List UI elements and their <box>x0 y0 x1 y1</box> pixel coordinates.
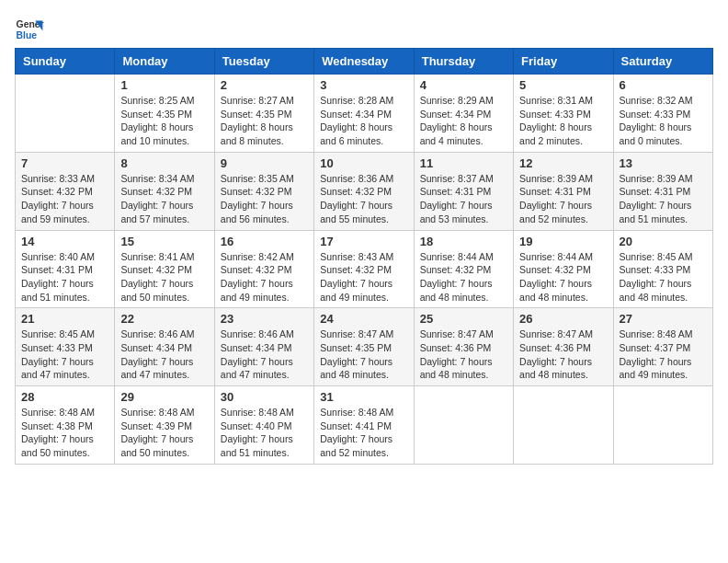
calendar-cell: 11Sunrise: 8:37 AM Sunset: 4:31 PM Dayli… <box>414 152 513 230</box>
day-number: 25 <box>420 312 507 326</box>
day-number: 11 <box>420 156 507 170</box>
header: General Blue <box>15 15 713 44</box>
calendar-cell: 14Sunrise: 8:40 AM Sunset: 4:31 PM Dayli… <box>16 230 115 308</box>
calendar-cell: 16Sunrise: 8:42 AM Sunset: 4:32 PM Dayli… <box>214 230 313 308</box>
day-number: 3 <box>320 78 407 92</box>
calendar-cell: 19Sunrise: 8:44 AM Sunset: 4:32 PM Dayli… <box>514 230 613 308</box>
day-info: Sunrise: 8:47 AM Sunset: 4:36 PM Dayligh… <box>519 327 607 382</box>
calendar-cell: 15Sunrise: 8:41 AM Sunset: 4:32 PM Dayli… <box>115 230 214 308</box>
day-number: 19 <box>519 235 607 248</box>
calendar-week-2: 7Sunrise: 8:33 AM Sunset: 4:32 PM Daylig… <box>16 152 713 230</box>
calendar-cell: 8Sunrise: 8:34 AM Sunset: 4:32 PM Daylig… <box>115 152 214 230</box>
day-info: Sunrise: 8:39 AM Sunset: 4:31 PM Dayligh… <box>519 172 607 226</box>
day-info: Sunrise: 8:35 AM Sunset: 4:32 PM Dayligh… <box>221 172 308 226</box>
day-number: 14 <box>21 235 108 248</box>
calendar-cell: 29Sunrise: 8:48 AM Sunset: 4:39 PM Dayli… <box>115 386 214 465</box>
calendar-cell: 27Sunrise: 8:48 AM Sunset: 4:37 PM Dayli… <box>613 308 712 386</box>
day-info: Sunrise: 8:45 AM Sunset: 4:33 PM Dayligh… <box>21 327 108 382</box>
day-number: 24 <box>320 312 407 326</box>
day-number: 30 <box>221 390 308 404</box>
calendar-cell <box>514 386 613 465</box>
day-info: Sunrise: 8:44 AM Sunset: 4:32 PM Dayligh… <box>519 250 607 304</box>
day-number: 7 <box>21 156 108 170</box>
day-number: 12 <box>519 156 607 170</box>
calendar-cell: 26Sunrise: 8:47 AM Sunset: 4:36 PM Dayli… <box>514 308 613 386</box>
calendar-cell: 10Sunrise: 8:36 AM Sunset: 4:32 PM Dayli… <box>314 152 414 230</box>
day-info: Sunrise: 8:39 AM Sunset: 4:31 PM Dayligh… <box>620 172 707 226</box>
calendar-header-monday: Monday <box>115 49 214 75</box>
calendar-cell: 12Sunrise: 8:39 AM Sunset: 4:31 PM Dayli… <box>514 152 613 230</box>
calendar-cell: 22Sunrise: 8:46 AM Sunset: 4:34 PM Dayli… <box>115 308 214 386</box>
calendar-header-tuesday: Tuesday <box>214 49 313 75</box>
day-info: Sunrise: 8:41 AM Sunset: 4:32 PM Dayligh… <box>120 250 208 304</box>
day-info: Sunrise: 8:47 AM Sunset: 4:36 PM Dayligh… <box>420 327 507 382</box>
day-number: 22 <box>120 312 208 326</box>
day-number: 31 <box>320 390 407 404</box>
day-number: 9 <box>221 156 308 170</box>
calendar-week-5: 28Sunrise: 8:48 AM Sunset: 4:38 PM Dayli… <box>16 386 713 465</box>
day-info: Sunrise: 8:28 AM Sunset: 4:34 PM Dayligh… <box>320 94 407 148</box>
day-number: 27 <box>620 312 707 326</box>
day-info: Sunrise: 8:45 AM Sunset: 4:33 PM Dayligh… <box>620 250 707 304</box>
day-info: Sunrise: 8:37 AM Sunset: 4:31 PM Dayligh… <box>420 172 507 226</box>
day-number: 18 <box>420 235 507 248</box>
day-info: Sunrise: 8:42 AM Sunset: 4:32 PM Dayligh… <box>221 250 308 304</box>
calendar-header-friday: Friday <box>514 49 613 75</box>
calendar-header-wednesday: Wednesday <box>314 49 414 75</box>
day-number: 10 <box>320 156 407 170</box>
calendar-cell: 1Sunrise: 8:25 AM Sunset: 4:35 PM Daylig… <box>115 75 214 153</box>
svg-text:Blue: Blue <box>17 30 38 40</box>
day-number: 26 <box>519 312 607 326</box>
day-info: Sunrise: 8:47 AM Sunset: 4:35 PM Dayligh… <box>320 327 407 382</box>
day-info: Sunrise: 8:48 AM Sunset: 4:41 PM Dayligh… <box>320 406 407 460</box>
day-info: Sunrise: 8:48 AM Sunset: 4:37 PM Dayligh… <box>620 327 707 382</box>
day-info: Sunrise: 8:48 AM Sunset: 4:40 PM Dayligh… <box>221 406 308 460</box>
day-number: 16 <box>221 235 308 248</box>
day-number: 23 <box>221 312 308 326</box>
calendar-cell: 25Sunrise: 8:47 AM Sunset: 4:36 PM Dayli… <box>414 308 513 386</box>
day-number: 21 <box>21 312 108 326</box>
calendar-cell: 3Sunrise: 8:28 AM Sunset: 4:34 PM Daylig… <box>314 75 414 153</box>
calendar-header-thursday: Thursday <box>414 49 513 75</box>
calendar-cell: 31Sunrise: 8:48 AM Sunset: 4:41 PM Dayli… <box>314 386 414 465</box>
calendar-cell <box>414 386 513 465</box>
calendar-cell: 23Sunrise: 8:46 AM Sunset: 4:34 PM Dayli… <box>214 308 313 386</box>
calendar-cell: 17Sunrise: 8:43 AM Sunset: 4:32 PM Dayli… <box>314 230 414 308</box>
page-container: General Blue SundayMondayTuesdayWednesda… <box>15 15 713 465</box>
day-info: Sunrise: 8:43 AM Sunset: 4:32 PM Dayligh… <box>320 250 407 304</box>
calendar-cell: 7Sunrise: 8:33 AM Sunset: 4:32 PM Daylig… <box>16 152 115 230</box>
calendar-header-row: SundayMondayTuesdayWednesdayThursdayFrid… <box>16 49 713 75</box>
calendar-cell <box>613 386 712 465</box>
calendar-header-saturday: Saturday <box>613 49 712 75</box>
calendar-table: SundayMondayTuesdayWednesdayThursdayFrid… <box>15 48 713 465</box>
calendar-week-4: 21Sunrise: 8:45 AM Sunset: 4:33 PM Dayli… <box>16 308 713 386</box>
logo-icon: General Blue <box>15 15 44 44</box>
calendar-week-1: 1Sunrise: 8:25 AM Sunset: 4:35 PM Daylig… <box>16 75 713 153</box>
day-number: 17 <box>320 235 407 248</box>
calendar-cell: 21Sunrise: 8:45 AM Sunset: 4:33 PM Dayli… <box>16 308 115 386</box>
calendar-cell <box>16 75 115 153</box>
day-info: Sunrise: 8:40 AM Sunset: 4:31 PM Dayligh… <box>21 250 108 304</box>
calendar-cell: 13Sunrise: 8:39 AM Sunset: 4:31 PM Dayli… <box>613 152 712 230</box>
logo: General Blue <box>15 15 44 44</box>
day-info: Sunrise: 8:29 AM Sunset: 4:34 PM Dayligh… <box>420 94 507 148</box>
day-info: Sunrise: 8:46 AM Sunset: 4:34 PM Dayligh… <box>221 327 308 382</box>
day-info: Sunrise: 8:48 AM Sunset: 4:38 PM Dayligh… <box>21 406 108 460</box>
day-info: Sunrise: 8:34 AM Sunset: 4:32 PM Dayligh… <box>120 172 208 226</box>
day-info: Sunrise: 8:33 AM Sunset: 4:32 PM Dayligh… <box>21 172 108 226</box>
calendar-cell: 24Sunrise: 8:47 AM Sunset: 4:35 PM Dayli… <box>314 308 414 386</box>
calendar-cell: 2Sunrise: 8:27 AM Sunset: 4:35 PM Daylig… <box>214 75 313 153</box>
day-number: 15 <box>120 235 208 248</box>
calendar-cell: 4Sunrise: 8:29 AM Sunset: 4:34 PM Daylig… <box>414 75 513 153</box>
day-number: 29 <box>120 390 208 404</box>
day-info: Sunrise: 8:36 AM Sunset: 4:32 PM Dayligh… <box>320 172 407 226</box>
day-number: 13 <box>620 156 707 170</box>
calendar-cell: 28Sunrise: 8:48 AM Sunset: 4:38 PM Dayli… <box>16 386 115 465</box>
day-info: Sunrise: 8:32 AM Sunset: 4:33 PM Dayligh… <box>620 94 707 148</box>
calendar-cell: 30Sunrise: 8:48 AM Sunset: 4:40 PM Dayli… <box>214 386 313 465</box>
calendar-cell: 18Sunrise: 8:44 AM Sunset: 4:32 PM Dayli… <box>414 230 513 308</box>
day-info: Sunrise: 8:44 AM Sunset: 4:32 PM Dayligh… <box>420 250 507 304</box>
day-info: Sunrise: 8:31 AM Sunset: 4:33 PM Dayligh… <box>519 94 607 148</box>
day-number: 5 <box>519 78 607 92</box>
calendar-cell: 20Sunrise: 8:45 AM Sunset: 4:33 PM Dayli… <box>613 230 712 308</box>
